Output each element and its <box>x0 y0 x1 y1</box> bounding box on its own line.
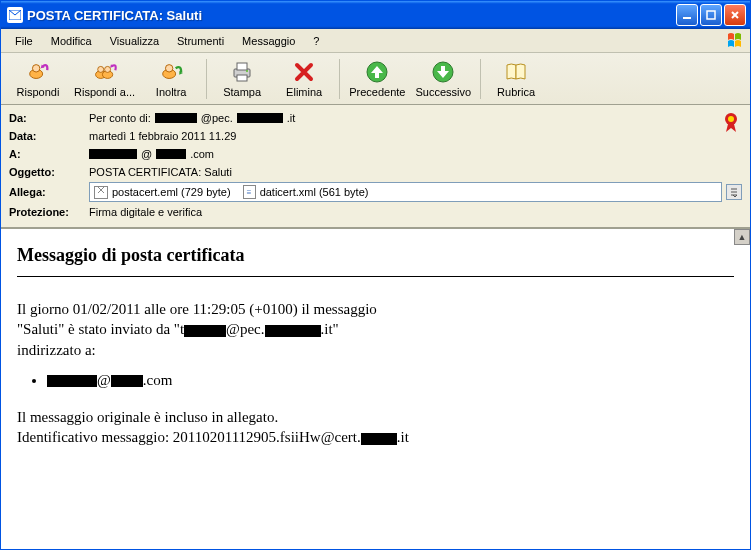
menu-messaggio[interactable]: Messaggio <box>234 33 303 49</box>
protection-value: Firma digitale e verifica <box>89 206 742 218</box>
to-label: A: <box>9 148 89 160</box>
recipient-item: @.com <box>47 372 734 389</box>
close-button[interactable] <box>724 4 746 26</box>
reply-icon <box>26 60 50 84</box>
arrow-up-icon <box>365 60 389 84</box>
to-value: @.com <box>89 148 742 160</box>
window-title: POSTA CERTIFICATA: Saluti <box>27 8 676 23</box>
scroll-up-button[interactable]: ▲ <box>734 229 750 245</box>
forward-icon <box>159 60 183 84</box>
body-line: Il giorno 01/02/2011 alle ore 11:29:05 (… <box>17 299 734 319</box>
body-line: Identificativo messaggio: 20110201112905… <box>17 427 734 447</box>
menu-visualizza[interactable]: Visualizza <box>102 33 167 49</box>
body-line: indirizzato a: <box>17 340 734 360</box>
redacted <box>156 149 186 159</box>
windows-flag-icon <box>726 31 746 51</box>
print-button[interactable]: Stampa <box>211 55 273 103</box>
message-headers: Da: Per conto di: @pec..it Data: martedì… <box>1 105 750 229</box>
date-value: martedì 1 febbraio 2011 11.29 <box>89 130 742 142</box>
attachment-item[interactable]: postacert.eml (729 byte) <box>94 186 231 199</box>
svg-rect-1 <box>683 17 691 19</box>
previous-button[interactable]: Precedente <box>344 55 410 103</box>
svg-point-10 <box>166 64 173 71</box>
redacted <box>155 113 197 123</box>
toolbar-separator <box>480 59 481 99</box>
delete-label: Elimina <box>286 86 322 98</box>
svg-rect-13 <box>237 75 247 81</box>
previous-label: Precedente <box>349 86 405 98</box>
arrow-down-icon <box>431 60 455 84</box>
svg-point-4 <box>32 64 39 71</box>
delete-button[interactable]: Elimina <box>273 55 335 103</box>
reply-all-label: Rispondi a... <box>74 86 135 98</box>
from-label: Da: <box>9 112 89 124</box>
maximize-button[interactable] <box>700 4 722 26</box>
redacted <box>111 375 143 387</box>
date-label: Data: <box>9 130 89 142</box>
redacted <box>265 325 321 337</box>
body-title: Messaggio di posta certificata <box>17 245 734 266</box>
app-icon <box>7 7 23 23</box>
reply-label: Rispondi <box>17 86 60 98</box>
redacted <box>89 149 137 159</box>
redacted <box>361 433 397 445</box>
menu-help[interactable]: ? <box>305 33 327 49</box>
forward-label: Inoltra <box>156 86 187 98</box>
menu-file[interactable]: File <box>7 33 41 49</box>
svg-rect-2 <box>707 11 715 19</box>
addressbook-label: Rubrica <box>497 86 535 98</box>
body-line: "Saluti" è stato inviato da "t@pec..it" <box>17 319 734 339</box>
attachments-expand-button[interactable] <box>726 184 742 200</box>
print-label: Stampa <box>223 86 261 98</box>
next-label: Successivo <box>415 86 471 98</box>
attach-label: Allega: <box>9 186 89 198</box>
menu-strumenti[interactable]: Strumenti <box>169 33 232 49</box>
toolbar: Rispondi Rispondi a... Inoltra Stampa El… <box>1 53 750 105</box>
svg-point-14 <box>246 70 248 72</box>
forward-button[interactable]: Inoltra <box>140 55 202 103</box>
svg-point-8 <box>104 66 110 72</box>
toolbar-separator <box>206 59 207 99</box>
divider <box>17 276 734 277</box>
reply-all-button[interactable]: Rispondi a... <box>69 55 140 103</box>
delete-icon <box>292 60 316 84</box>
subject-label: Oggetto: <box>9 166 89 178</box>
svg-rect-12 <box>237 63 247 70</box>
eml-file-icon <box>94 186 108 199</box>
menu-modifica[interactable]: Modifica <box>43 33 100 49</box>
addressbook-button[interactable]: Rubrica <box>485 55 547 103</box>
titlebar: POSTA CERTIFICATA: Saluti <box>1 1 750 29</box>
redacted <box>47 375 97 387</box>
reply-all-icon <box>93 60 117 84</box>
print-icon <box>230 60 254 84</box>
message-body[interactable]: ▲ Messaggio di posta certificata Il gior… <box>1 229 750 543</box>
protection-label: Protezione: <box>9 206 89 218</box>
next-button[interactable]: Successivo <box>410 55 476 103</box>
body-line: Il messaggio originale è incluso in alle… <box>17 407 734 427</box>
redacted <box>237 113 283 123</box>
from-value: Per conto di: @pec..it <box>89 112 742 124</box>
attachments-field[interactable]: postacert.eml (729 byte) ≡ daticert.xml … <box>89 182 722 202</box>
redacted <box>184 325 226 337</box>
svg-point-18 <box>728 116 734 122</box>
minimize-button[interactable] <box>676 4 698 26</box>
menubar: File Modifica Visualizza Strumenti Messa… <box>1 29 750 53</box>
signature-rosette-icon <box>722 111 740 133</box>
reply-button[interactable]: Rispondi <box>7 55 69 103</box>
svg-point-6 <box>97 66 103 72</box>
xml-file-icon: ≡ <box>243 185 256 199</box>
book-icon <box>504 60 528 84</box>
subject-value: POSTA CERTIFICATA: Saluti <box>89 166 742 178</box>
attachment-item[interactable]: ≡ daticert.xml (561 byte) <box>243 185 369 199</box>
toolbar-separator <box>339 59 340 99</box>
